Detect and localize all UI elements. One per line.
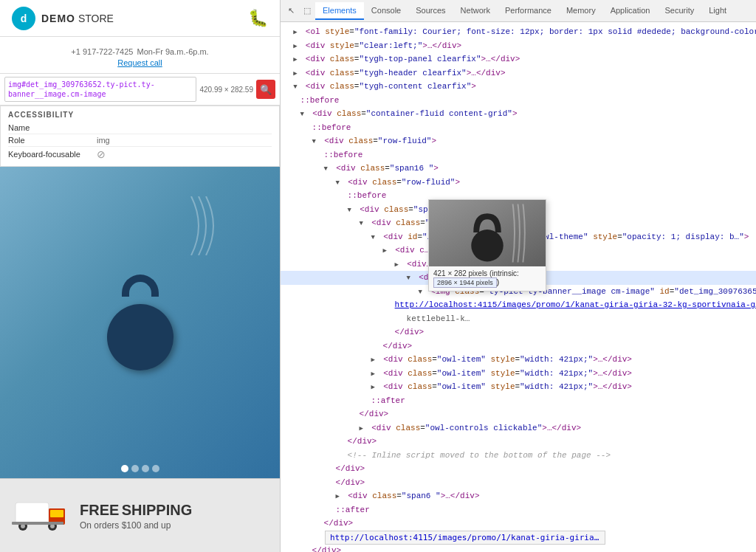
html-line[interactable]: ▶ <div style="clear:left;">…</div> [281, 39, 756, 53]
html-line[interactable]: ▼ <div class="row-fluid"> [281, 176, 756, 190]
kettlebell-bg [0, 167, 280, 478]
svg-point-11 [471, 230, 503, 261]
html-line[interactable]: ▶ <ol style="font-family: Courier; font-… [281, 25, 756, 39]
acc-role-value: img [97, 136, 272, 145]
html-line[interactable]: </div> [281, 339, 756, 353]
tab-network[interactable]: Network [453, 2, 498, 20]
element-dimensions: 420.99 × 282.59 [199, 86, 253, 94]
acc-row-name: Name [8, 122, 272, 134]
html-line[interactable]: ▼ <div class="container-fluid content-gr… [281, 107, 756, 121]
free-label: FREE [80, 502, 119, 518]
shipping-sub: On orders $100 and up [80, 520, 192, 531]
accessibility-box: ACCESSIBILITY Name Role img Keyboard-foc… [0, 106, 280, 167]
html-line[interactable]: ▶ <div class="tygh-top-panel clearfix">…… [281, 52, 756, 66]
tab-application[interactable]: Application [603, 2, 658, 20]
tab-memory[interactable]: Memory [559, 2, 603, 20]
html-line[interactable]: </div> [281, 517, 756, 531]
carousel-dot-1[interactable] [121, 465, 128, 472]
html-line-link[interactable]: http://localhost:4115/images/promo/1/kan… [281, 298, 756, 312]
kb-handle [122, 275, 159, 297]
html-line[interactable]: ▶ <div class="span6 ">…</div> [281, 489, 756, 503]
svg-rect-3 [50, 510, 63, 517]
tab-console[interactable]: Console [364, 2, 408, 20]
html-line[interactable]: ▼ <div class="row-fluid"> [281, 134, 756, 148]
img-tooltip-info: 421 × 282 pixels (intrinsic: 2896 × 1944… [429, 266, 546, 291]
left-banner [0, 167, 280, 478]
kettlebell-image [96, 275, 185, 370]
tab-elements[interactable]: Elements [315, 2, 364, 20]
devtools-cursor-icon[interactable]: ↖ [284, 6, 299, 15]
html-line[interactable]: kettlebell-k… [281, 312, 756, 326]
tab-light[interactable]: Light [701, 2, 734, 20]
rope-svg [176, 196, 250, 255]
acc-row-keyboard: Keyboard-focusable ⊘ [8, 147, 272, 162]
url-tooltip: http://localhost:4115/images/promo/1/kan… [325, 531, 605, 545]
search-button[interactable]: 🔍 [256, 80, 275, 99]
bug-icon[interactable]: 🐛 [248, 9, 268, 28]
request-call-link[interactable]: Request call [6, 58, 274, 67]
html-line[interactable]: </div> [281, 544, 756, 552]
logo-icon: d [12, 7, 35, 30]
logo-area: d DEMO STORE [12, 7, 114, 30]
tab-performance[interactable]: Performance [498, 2, 559, 20]
html-line[interactable]: ::before [281, 94, 756, 108]
tab-security[interactable]: Security [657, 2, 701, 20]
html-line-comment: <!-- Inline script moved to the bottom o… [281, 449, 756, 463]
element-selector-text[interactable]: img#det_img_309763652.ty-pict.ty-banner_… [4, 77, 196, 102]
html-line[interactable]: ▼ <div class="tygh-content clearfix"> [281, 80, 756, 94]
html-line[interactable]: ▶ <div class="owl-item" style="width: 42… [281, 367, 756, 381]
acc-name-label: Name [8, 123, 97, 132]
html-line[interactable]: </div> [281, 476, 756, 490]
preview-svg [429, 200, 546, 266]
acc-keyboard-icon: ⊘ [97, 148, 106, 160]
acc-keyboard-label: Keyboard-focusable [8, 150, 97, 159]
left-panel: d DEMO STORE 🐛 +1 917-722-7425 Mon-Fr 9a… [0, 0, 281, 552]
img-preview-area [429, 200, 546, 266]
phone-number: +1 917-722-7425 Mon-Fr 9a.m.-6p.m. [6, 43, 274, 58]
shipping-label: SHIPPING [122, 502, 193, 518]
svg-rect-8 [12, 522, 63, 525]
carousel-dot-4[interactable] [152, 465, 159, 472]
acc-row-role: Role img [8, 134, 272, 147]
element-info-bar: img#det_img_309763652.ty-pict.ty-banner_… [0, 74, 280, 106]
html-line[interactable]: ::before [281, 148, 756, 162]
html-line[interactable]: ▶ <div class="owl-item" style="width: 42… [281, 380, 756, 394]
phone-section: +1 917-722-7425 Mon-Fr 9a.m.-6p.m. Reque… [0, 37, 280, 74]
truck-icon-area [12, 495, 71, 536]
html-line[interactable]: ▶ <div class="owl-controls clickable">…<… [281, 421, 756, 435]
truck-svg [12, 495, 71, 536]
carousel-dot-2[interactable] [131, 465, 139, 472]
html-line[interactable]: ▼ <div class="span16 "> [281, 162, 756, 176]
html-line[interactable]: ::after [281, 394, 756, 408]
intrinsic-badge: 2896 × 1944 pixels [433, 277, 497, 288]
shipping-text: FREE SHIPPING On orders $100 and up [80, 500, 192, 531]
logo-text: DEMO STORE [41, 13, 114, 24]
html-line[interactable]: ▶ <div class="tygh-header clearfix">…</d… [281, 66, 756, 80]
html-line[interactable]: ▶ <div class="owl-item" style="width: 42… [281, 353, 756, 367]
tab-sources[interactable]: Sources [408, 2, 453, 20]
html-line[interactable]: ::before [281, 121, 756, 135]
html-line[interactable]: </div> [281, 407, 756, 421]
devtools-tabs: ↖ ⬚ Elements Console Sources Network Per… [281, 0, 756, 22]
img-preview-tooltip: 421 × 282 pixels (intrinsic: 2896 × 1944… [428, 199, 546, 291]
html-line[interactable]: ::after [281, 503, 756, 517]
html-line[interactable]: </div> [281, 325, 756, 339]
kb-ball [107, 304, 173, 370]
top-bar: d DEMO STORE 🐛 [0, 0, 280, 37]
devtools-inspect-icon[interactable]: ⬚ [299, 6, 315, 15]
html-line[interactable]: </div> [281, 462, 756, 476]
svg-rect-0 [16, 503, 49, 525]
px-label: 421 × 282 pixels (intrinsic: [433, 269, 519, 277]
carousel-dot-3[interactable] [142, 465, 149, 472]
devtools-content[interactable]: ▶ <ol style="font-family: Courier; font-… [281, 22, 756, 552]
html-line[interactable]: </div> [281, 435, 756, 449]
shipping-banner: FREE SHIPPING On orders $100 and up [0, 478, 280, 552]
carousel-dots [121, 465, 159, 472]
accessibility-title: ACCESSIBILITY [8, 111, 272, 119]
right-panel: ↖ ⬚ Elements Console Sources Network Per… [281, 0, 756, 552]
acc-role-label: Role [8, 136, 97, 145]
